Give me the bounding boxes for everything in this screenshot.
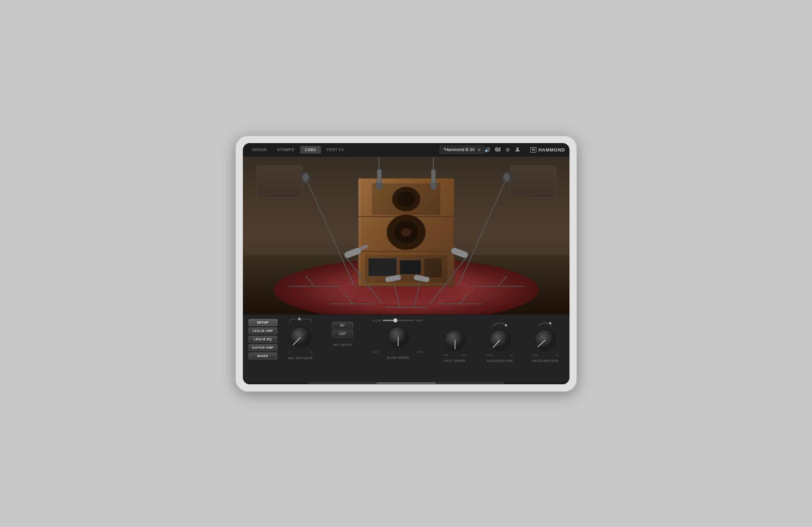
mic-setup-buttons: 90° 180° [332, 322, 353, 337]
hammond-logo: H HAMMOND [530, 147, 565, 153]
leslie-eq-button[interactable]: LESLIE EQ [248, 336, 277, 343]
deceleration-group: 0.25x 4x DECELERATION [532, 319, 558, 363]
mic-slider-indicator [290, 319, 311, 323]
acceleration-arc [491, 320, 508, 327]
tab-post-fx[interactable]: POST FX [322, 146, 349, 154]
svg-point-32 [303, 173, 308, 181]
setup-button[interactable]: SETUP [248, 319, 277, 326]
svg-rect-8 [510, 166, 556, 197]
volume-icon[interactable]: 🔊 [484, 147, 490, 153]
controls-main: SETUP LESLIE AMP LESLIE EQ GUITAR AMP MI… [243, 315, 569, 382]
acceleration-range: 0.25x 4x [486, 354, 513, 356]
tab-cabs[interactable]: CABS [300, 146, 321, 154]
speed-slider[interactable]: SLOW FAST [373, 319, 424, 322]
leslie-amp-button[interactable]: LESLIE AMP [248, 327, 277, 334]
svg-rect-3 [499, 147, 500, 151]
svg-point-23 [401, 228, 411, 236]
svg-rect-17 [358, 178, 361, 286]
fast-speed-knob[interactable] [443, 328, 467, 352]
acceleration-min: 0.25x [486, 354, 492, 356]
main-visual [243, 157, 569, 314]
fast-speed-label: FAST SPEED [445, 359, 465, 363]
acceleration-label: ACCELERATION [486, 359, 513, 363]
deceleration-arc [536, 320, 554, 327]
tab-organ[interactable]: ORGAN [247, 146, 272, 154]
mic-distance-max: 10 [310, 351, 313, 354]
bottom-controls: SETUP LESLIE AMP LESLIE EQ GUITAR AMP MI… [243, 314, 569, 384]
guitar-amp-button[interactable]: GUITAR AMP [248, 344, 277, 351]
tablet-frame: ORGAN STOMPS CABS POST FX *Hammond B-3X … [235, 135, 577, 392]
mic-setup-label: MIC SETUP [333, 343, 352, 347]
svg-rect-0 [495, 148, 496, 151]
preset-name: *Hammond B-3X [444, 147, 475, 152]
mic-90-button[interactable]: 90° [332, 322, 353, 329]
slow-speed-group: SLOW FAST [373, 319, 424, 359]
mic-distance-min: 1 [288, 351, 290, 354]
fast-speed-min: -20% [443, 354, 448, 356]
svg-point-52 [504, 173, 509, 181]
knobs-area: 1 10 MIC DISTANCE 90° 180° MIC SETUP [283, 319, 564, 379]
svg-rect-7 [257, 166, 302, 197]
svg-rect-57 [377, 169, 381, 183]
user-icon[interactable] [515, 147, 520, 153]
slow-label: SLOW [373, 319, 382, 322]
speed-slider-track[interactable] [383, 320, 414, 321]
hammond-logo-text: HAMMOND [538, 147, 565, 153]
svg-point-72 [549, 322, 551, 324]
mixer-button[interactable]: MIXER [248, 352, 277, 359]
scrollbar-track[interactable] [308, 383, 504, 384]
mic-distance-label: MIC DISTANCE [288, 356, 313, 360]
svg-rect-27 [424, 258, 442, 277]
svg-rect-2 [498, 148, 499, 151]
preset-selector[interactable]: *Hammond B-3X ≡ [440, 146, 484, 154]
svg-rect-58 [431, 169, 435, 183]
svg-point-68 [505, 324, 507, 326]
scrollbar-thumb[interactable] [377, 383, 435, 384]
preset-menu-icon[interactable]: ≡ [478, 147, 481, 153]
deceleration-range: 0.25x 4x [532, 354, 558, 356]
deceleration-max: 4x [556, 354, 558, 356]
svg-rect-1 [497, 147, 498, 152]
mic-distance-group: 1 10 MIC DISTANCE [288, 319, 313, 360]
svg-point-20 [397, 191, 415, 207]
mic-setup-group: 90° 180° MIC SETUP [332, 319, 353, 347]
speed-slider-thumb[interactable] [393, 318, 397, 322]
eq-icon[interactable] [495, 147, 501, 153]
leslie-scene [243, 157, 569, 314]
deceleration-min: 0.25x [532, 354, 538, 356]
mic-distance-range: 1 10 [288, 351, 313, 354]
settings-icon[interactable]: ⚙ [506, 147, 510, 153]
slow-speed-min: -20% [373, 351, 378, 353]
acceleration-knob[interactable] [487, 328, 512, 352]
slow-speed-max: +20% [417, 351, 423, 353]
svg-rect-25 [368, 258, 396, 276]
slow-speed-label: SLOW SPEED [387, 356, 409, 359]
slow-speed-range: -20% +20% [373, 351, 424, 353]
acceleration-group: 0.25x 4x ACCELERATION [486, 319, 513, 363]
fast-speed-range: -20% +20% [443, 354, 467, 356]
slow-speed-knob[interactable] [386, 325, 410, 349]
fast-speed-max: +20% [461, 354, 467, 356]
tablet-screen: ORGAN STOMPS CABS POST FX *Hammond B-3X … [243, 143, 569, 384]
svg-point-4 [516, 147, 519, 149]
hammond-logo-box: H [530, 147, 536, 153]
nav-icons: 🔊 ⚙ H [484, 147, 565, 153]
acceleration-max: 4x [510, 354, 513, 356]
scrollbar-area[interactable] [243, 382, 569, 384]
mic-180-button[interactable]: 180° [332, 330, 353, 337]
deceleration-label: DECELERATION [532, 359, 558, 363]
tab-stomps[interactable]: STOMPS [272, 146, 299, 154]
sidebar-buttons: SETUP LESLIE AMP LESLIE EQ GUITAR AMP MI… [248, 319, 277, 379]
svg-rect-26 [400, 260, 421, 274]
deceleration-knob[interactable] [533, 328, 557, 352]
mic-distance-knob[interactable] [288, 325, 313, 350]
nav-tabs: ORGAN STOMPS CABS POST FX [247, 146, 440, 154]
top-nav: ORGAN STOMPS CABS POST FX *Hammond B-3X … [243, 143, 569, 157]
fast-speed-group: -20% +20% FAST SPEED [443, 319, 467, 363]
fast-label: FAST [416, 319, 423, 322]
